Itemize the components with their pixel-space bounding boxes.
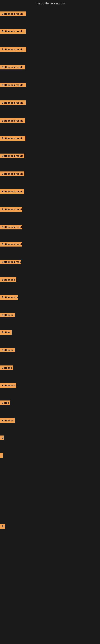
bottleneck-result-item: Bottleneck result [0,47,26,52]
bottleneck-result-item: Bottleneck r [0,383,16,388]
bottleneck-result-item: Bottleneck result [0,118,25,123]
bottleneck-result-item: | [0,453,3,458]
bottleneck-result-item: Bo [0,524,5,529]
site-title: TheBottlenecker.com [0,0,100,7]
bottleneck-result-item: Bottler [0,330,12,335]
bottleneck-result-item: Bottleneck result [0,12,26,16]
bottleneck-result-item: Bottlenec [0,418,15,423]
bottleneck-result-item: Bottleneck result [0,242,22,246]
bottleneck-result-item: Bottleneck result [0,189,24,194]
bottleneck-result-item: Bottlenec [0,313,15,317]
bottleneck-result-item: Bottleneck result [0,83,26,87]
bottleneck-result-item: Bottleneck r [0,277,16,282]
bottleneck-result-item: Bottleneck result [0,29,26,34]
bottleneck-result-item: Bottleneck result [0,207,22,212]
bottleneck-result-item: Bottleneck result [0,100,26,105]
bottleneck-result-item: Bottleneck result [0,172,24,176]
bottleneck-result-item: Bottle [0,400,10,405]
bottleneck-result-item: Bottleneck result [0,225,22,230]
bottleneck-result-item: Bottleneck result [0,154,24,158]
bottleneck-result-item: Bottleneck res [0,295,18,300]
bottleneck-result-item: Bottleneck result [0,65,25,70]
bottleneck-result-item: Bottleneck resul [0,260,21,264]
bottleneck-result-item: Bottlene [0,366,13,370]
bottleneck-result-item: Bottlenec [0,348,15,352]
bottleneck-result-item: B [0,436,3,440]
bottleneck-result-item: Bottleneck result [0,136,25,141]
